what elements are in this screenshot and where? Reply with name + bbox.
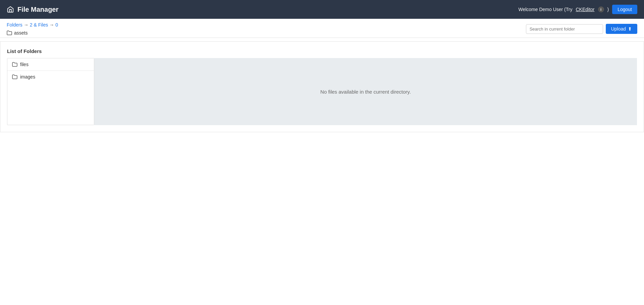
folder-icon-files <box>12 62 17 67</box>
folder-icon-sm <box>7 31 12 35</box>
close-paren: ) <box>607 7 609 12</box>
breadcrumb-arrow-2: → <box>49 22 54 28</box>
main-header: File Manager Welcome Demo User (Try CKEd… <box>0 0 644 19</box>
content-grid: files images No files available in the c… <box>7 58 637 125</box>
folder-item-files[interactable]: files <box>7 58 94 71</box>
current-folder: assets <box>7 29 58 36</box>
info-icon[interactable]: i <box>598 6 604 12</box>
upload-icon: ⬆ <box>628 26 632 32</box>
no-files-message: No files available in the current direct… <box>320 89 411 95</box>
subheader-left: Folders → 2 & Files → 0 assets <box>7 22 58 36</box>
breadcrumb-files-count: 0 <box>55 22 58 28</box>
file-area: No files available in the current direct… <box>94 58 637 125</box>
header-right: Welcome Demo User (Try CKEditor i ) Logo… <box>518 5 637 14</box>
welcome-text: Welcome Demo User (Try <box>518 7 572 12</box>
ckeditor-link[interactable]: CKEditor <box>576 7 594 12</box>
folder-list: files images <box>7 58 94 125</box>
breadcrumb-folders-label: Folders <box>7 22 22 28</box>
app-title: File Manager <box>17 6 58 13</box>
subheader: Folders → 2 & Files → 0 assets Upload ⬆ <box>0 19 644 38</box>
breadcrumb-files-label: & Files <box>34 22 48 28</box>
folder-item-images[interactable]: images <box>7 71 94 83</box>
list-of-folders-title: List of Folders <box>7 48 637 54</box>
logout-button[interactable]: Logout <box>612 5 637 14</box>
home-icon <box>7 6 14 13</box>
breadcrumb-folders-count: 2 <box>30 22 33 28</box>
folder-icon-images <box>12 74 17 79</box>
breadcrumb-arrow-1: → <box>24 22 29 28</box>
header-left: File Manager <box>7 6 58 13</box>
current-folder-name: assets <box>14 30 28 36</box>
search-input[interactable] <box>526 24 603 34</box>
folder-name-images: images <box>20 74 35 80</box>
main-content: List of Folders files images No files av… <box>0 41 644 132</box>
subheader-right: Upload ⬆ <box>526 24 637 34</box>
upload-button[interactable]: Upload ⬆ <box>606 24 637 34</box>
breadcrumb: Folders → 2 & Files → 0 <box>7 22 58 28</box>
upload-label: Upload <box>611 26 626 32</box>
folder-name-files: files <box>20 62 29 67</box>
